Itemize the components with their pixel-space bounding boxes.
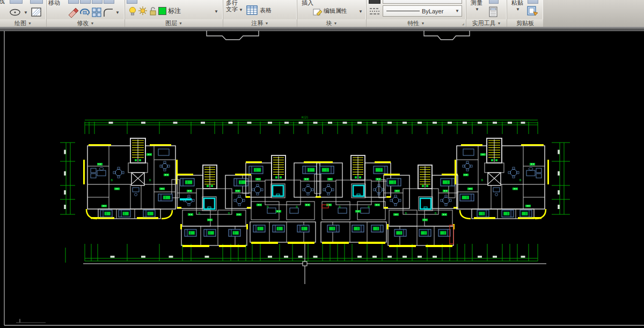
draw-panel-title[interactable]: 绘图 ▼ — [0, 19, 46, 27]
svg-text:B: B — [368, 205, 370, 208]
cutoff-icon[interactable] — [528, 0, 538, 4]
drawing-canvas[interactable]: K(2)BBBBBBBBBBBB — [0, 31, 644, 328]
ribbon-panel-clipboard: 粘贴 ▼ 剪贴板 — [507, 0, 544, 27]
ribbon-panel-modify: 移动 ▼ 修改 ▼ — [47, 0, 125, 27]
svg-text:B: B — [405, 212, 407, 215]
measure-button-label[interactable]: 测量 — [471, 0, 482, 6]
linetype-dropdown-arrow[interactable]: ▼ — [455, 9, 459, 13]
svg-text:B: B — [339, 205, 341, 208]
cutoff-icon[interactable] — [127, 0, 137, 4]
svg-text:B: B — [481, 178, 484, 182]
layer-freeze-sun-icon[interactable] — [138, 6, 148, 19]
svg-text:B: B — [296, 205, 298, 208]
mtext-button-label[interactable]: 多行文字▼ — [226, 0, 243, 13]
table-button-label[interactable]: 表格 — [260, 7, 272, 13]
table-tool-icon[interactable] — [246, 4, 259, 19]
fillet-tool-icon[interactable] — [103, 6, 114, 20]
layer-color-swatch[interactable] — [158, 7, 166, 15]
erase-tool-icon[interactable] — [67, 6, 79, 20]
ellipse-dropdown-arrow[interactable]: ▼ — [24, 10, 28, 16]
insert-button-label[interactable]: 插入 — [302, 0, 313, 6]
paste-button-label[interactable]: 粘贴 — [511, 0, 523, 6]
annotate-panel-title[interactable]: 注释 ▼ — [223, 19, 297, 27]
fillet-dropdown-arrow[interactable]: ▼ — [115, 10, 120, 16]
quick-calc-icon[interactable] — [488, 6, 499, 20]
ellipse-tool-icon[interactable] — [9, 6, 23, 20]
layer-unlock-icon[interactable] — [148, 6, 158, 19]
ribbon: 线 ▼ 绘图 ▼ 移动 ▼ 修改 ▼ — [0, 0, 644, 27]
cutoff-icon[interactable] — [30, 0, 43, 4]
properties-panel-title[interactable]: 特性 ▼ ⌟ — [367, 19, 466, 27]
layer-on-bulb-icon[interactable] — [128, 6, 137, 19]
autocad-window: { "ribbon": { "draw": { "label": "绘图", "… — [0, 0, 644, 328]
linetype-preview — [386, 11, 420, 11]
paste-dropdown-arrow[interactable]: ▼ — [516, 6, 520, 13]
block-panel-title[interactable]: 块 ▼ — [297, 19, 366, 27]
modify-panel-title[interactable]: 修改 ▼ — [47, 19, 125, 27]
ribbon-bottom-strip — [0, 27, 644, 31]
ribbon-panel-annotate: 多行文字▼ 表格 注释 ▼ — [223, 0, 297, 27]
svg-text:B: B — [435, 212, 437, 215]
properties-dialog-launcher[interactable]: ⌟ — [462, 20, 464, 26]
current-layer-name[interactable]: 标注 — [168, 8, 181, 14]
floor-plan-drawing: K(2)BBBBBBBBBBBB — [0, 31, 644, 328]
cutoff-icon[interactable] — [10, 0, 23, 4]
svg-text:B: B — [519, 178, 522, 182]
layer-dropdown-arrow[interactable]: ▼ — [214, 9, 218, 15]
edit-attribute-icon[interactable] — [312, 6, 323, 19]
paste-special-icon[interactable] — [526, 5, 539, 19]
svg-text:B: B — [228, 212, 230, 215]
cutoff-color-swatch[interactable] — [369, 0, 380, 4]
linetype-combobox[interactable]: ByLayer ▼ — [383, 5, 462, 17]
linetype-value: ByLayer — [422, 8, 443, 14]
edit-attribute-dropdown-arrow[interactable]: ▼ — [358, 9, 363, 15]
edit-attribute-label[interactable]: 编辑属性 — [324, 8, 347, 14]
cutoff-icon[interactable] — [104, 0, 114, 4]
cutoff-icon[interactable] — [92, 0, 103, 4]
svg-text:B: B — [111, 178, 113, 182]
cutoff-icon[interactable] — [80, 0, 91, 4]
ribbon-panel-block: 插入 编辑属性 ▼ 块 ▼ — [297, 0, 367, 27]
linetype-icon[interactable] — [369, 6, 380, 19]
layers-panel-title[interactable]: 图层 ▼ — [125, 19, 223, 27]
line-tool-label[interactable]: 线 — [0, 0, 5, 4]
ribbon-panel-utilities: 测量 ▼ 实用工具 ▼ — [466, 0, 507, 27]
array-tool-icon[interactable] — [91, 6, 103, 20]
ribbon-empty-area — [543, 0, 644, 27]
rotate-tool-icon[interactable] — [79, 6, 91, 20]
ribbon-panel-layers: 标注 ▼ 图层 ▼ — [125, 0, 223, 27]
cutoff-icon[interactable] — [489, 0, 499, 4]
ribbon-panel-properties: ByLayer ▼ 特性 ▼ ⌟ — [367, 0, 466, 27]
svg-text:B: B — [267, 205, 269, 208]
hatch-tool-icon[interactable] — [30, 6, 43, 20]
utilities-panel-title[interactable]: 实用工具 ▼ — [466, 19, 507, 27]
move-button-label[interactable]: 移动 — [48, 0, 60, 6]
svg-text:K(2): K(2) — [302, 115, 308, 119]
cutoff-combo[interactable] — [383, 0, 462, 4]
ribbon-panel-draw: 线 ▼ 绘图 ▼ — [0, 0, 47, 27]
cutoff-icon[interactable] — [68, 0, 79, 4]
svg-text:B: B — [199, 212, 201, 215]
svg-text:B: B — [149, 178, 151, 182]
measure-dropdown-arrow[interactable]: ▼ — [475, 6, 479, 13]
clipboard-panel-title[interactable]: 剪贴板 — [507, 19, 543, 27]
